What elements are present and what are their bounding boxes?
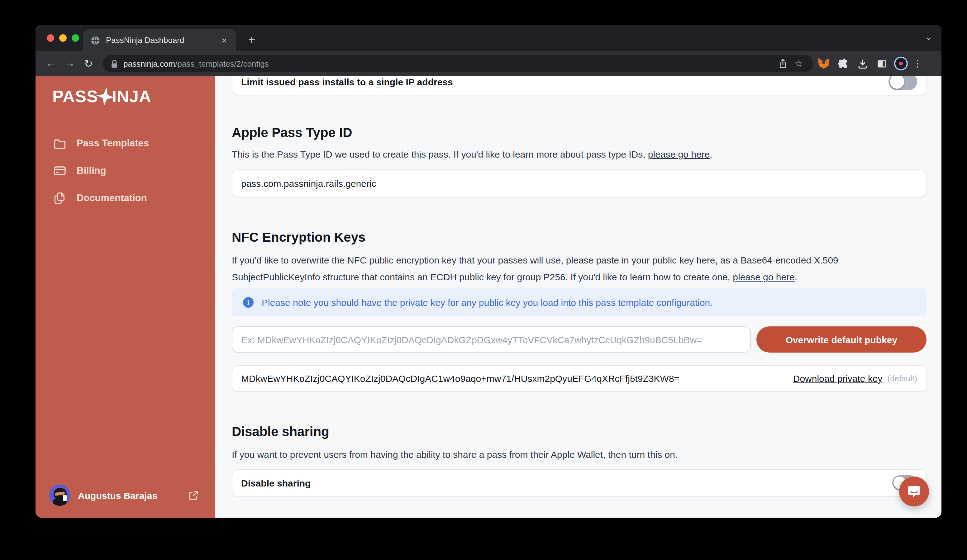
ip-limit-toggle[interactable] <box>888 76 917 90</box>
folder-icon <box>53 137 67 150</box>
info-icon: i <box>243 297 254 307</box>
apple-pass-type-id-title: Apple Pass Type ID <box>232 125 352 140</box>
browser-toolbar: ← → ↻ passninja.com/pass_templates/2/con… <box>36 51 941 76</box>
configs-page: Limit issued pass installs to a single I… <box>232 76 926 518</box>
tab-title: PassNinja Dashboard <box>106 36 219 45</box>
nfc-description: If you'd like to overwrite the NFC publi… <box>232 252 926 285</box>
default-tag: (default) <box>888 374 917 383</box>
apple-please-go-here-link[interactable]: please go here <box>648 149 710 160</box>
tab-close-icon[interactable]: × <box>219 35 230 46</box>
nfc-please-go-here-link[interactable]: please go here <box>733 272 795 282</box>
browser-profile-avatar[interactable] <box>894 57 908 71</box>
window-controls <box>47 34 79 42</box>
logo-text-left: PASS <box>52 87 98 106</box>
current-key-row: MDkwEwYHKoZIzj0CAQYIKoZIzj0DAQcDIgAC1w4o… <box>232 365 926 392</box>
url-text: passninja.com/pass_templates/2/configs <box>123 59 774 68</box>
tab-search-chevron-icon[interactable]: ⌄ <box>925 31 933 42</box>
address-bar[interactable]: passninja.com/pass_templates/2/configs ☆ <box>103 55 813 72</box>
metamask-extension-icon[interactable] <box>815 54 832 73</box>
sidebar-item-label: Documentation <box>77 193 147 204</box>
apple-pass-type-id-description: This is the Pass Type ID we used to crea… <box>232 146 926 163</box>
current-key-value: MDkwEwYHKoZIzj0CAQYIKoZIzj0DAQcDIgAC1w4o… <box>241 373 793 384</box>
reload-button[interactable]: ↻ <box>79 54 98 73</box>
disable-sharing-row: Disable sharing <box>232 469 926 496</box>
overwrite-default-pubkey-button[interactable]: Overwrite default pubkey <box>756 326 926 352</box>
close-window-button[interactable] <box>47 34 54 42</box>
ip-limit-label: Limit issued pass installs to a single I… <box>241 76 892 87</box>
user-avatar <box>49 484 70 506</box>
sidebar-nav: Pass Templates Billing <box>36 130 215 212</box>
new-tab-button[interactable]: + <box>244 32 260 48</box>
disable-sharing-description: If you want to prevent users from having… <box>232 446 926 463</box>
sidebar-item-billing[interactable]: Billing <box>36 157 215 184</box>
ninja-star-icon <box>94 85 116 109</box>
download-private-key-link[interactable]: Download private key <box>793 373 883 384</box>
tab-passninja-dashboard[interactable]: PassNinja Dashboard × <box>83 29 236 51</box>
bookmark-star-icon[interactable]: ☆ <box>790 56 807 72</box>
pass-type-id-value: pass.com.passninja.rails.generic <box>241 178 376 189</box>
sidebar-item-label: Billing <box>77 165 106 176</box>
globe-icon <box>90 35 100 45</box>
disable-sharing-title: Disable sharing <box>232 424 329 439</box>
tab-strip: PassNinja Dashboard × + ⌄ <box>36 25 941 51</box>
browser-window: PassNinja Dashboard × + ⌄ ← → ↻ passninj… <box>36 25 941 518</box>
nfc-desc-period: . <box>795 272 797 282</box>
nfc-encryption-keys-title: NFC Encryption Keys <box>232 230 365 245</box>
browser-menu-icon[interactable]: ⋮ <box>913 58 922 69</box>
url-path: /pass_templates/2/configs <box>175 59 269 68</box>
apple-desc-text: This is the Pass Type ID we used to crea… <box>232 149 648 160</box>
sidebar-item-documentation[interactable]: Documentation <box>36 184 215 212</box>
apple-desc-period: . <box>710 149 712 160</box>
sidebar-item-pass-templates[interactable]: Pass Templates <box>36 130 215 157</box>
downloads-icon[interactable] <box>853 54 871 73</box>
app-body: PASS INJA Pass Templates <box>36 76 941 518</box>
forward-button[interactable]: → <box>61 54 79 73</box>
minimize-window-button[interactable] <box>59 34 67 42</box>
user-account-row[interactable]: Augustus Barajas <box>36 481 215 509</box>
main-content: Limit issued pass installs to a single I… <box>215 76 941 518</box>
user-name: Augustus Barajas <box>78 490 188 501</box>
lock-icon <box>110 59 119 68</box>
fullscreen-window-button[interactable] <box>72 34 79 42</box>
chat-bubble-icon <box>906 484 921 499</box>
private-key-note: i Please note you should have the privat… <box>232 288 926 316</box>
sidebar-item-label: Pass Templates <box>77 138 149 149</box>
intercom-chat-button[interactable] <box>899 476 929 506</box>
pass-type-id-value-box[interactable]: pass.com.passninja.rails.generic <box>232 170 926 198</box>
passninja-logo[interactable]: PASS INJA <box>52 86 152 107</box>
logo-text-right: INJA <box>112 87 152 106</box>
pubkey-input-row: Overwrite default pubkey <box>232 326 926 352</box>
ip-limit-row: Limit issued pass installs to a single I… <box>232 76 926 95</box>
extensions-puzzle-icon[interactable] <box>834 54 852 73</box>
back-button[interactable]: ← <box>42 54 61 73</box>
screenshot-stage: PassNinja Dashboard × + ⌄ ← → ↻ passninj… <box>0 0 967 560</box>
disable-sharing-label: Disable sharing <box>241 478 892 488</box>
documents-icon <box>53 191 67 205</box>
credit-card-icon <box>53 164 67 178</box>
side-panel-icon[interactable] <box>873 54 890 73</box>
pubkey-input[interactable] <box>232 326 751 352</box>
note-text: Please note you should have the private … <box>262 297 713 307</box>
external-link-icon[interactable] <box>188 490 199 501</box>
sidebar: PASS INJA Pass Templates <box>36 76 215 518</box>
url-host: passninja.com <box>123 59 175 68</box>
share-icon[interactable] <box>774 56 790 72</box>
